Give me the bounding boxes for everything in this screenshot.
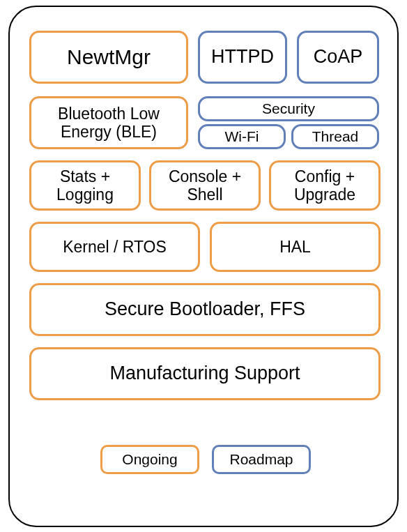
block-ble: Bluetooth Low Energy (BLE) <box>29 96 188 149</box>
block-httpd: HTTPD <box>198 31 287 84</box>
block-coap: CoAP <box>297 31 379 84</box>
block-stats-logging: Stats + Logging <box>29 160 141 211</box>
block-newtmgr: NewtMgr <box>29 31 188 84</box>
block-thread: Thread <box>291 124 379 149</box>
diagram-frame: NewtMgr HTTPD CoAP Bluetooth Low Energy … <box>8 6 399 527</box>
block-config-upgrade: Config + Upgrade <box>269 160 381 211</box>
block-wifi: Wi-Fi <box>198 124 286 149</box>
block-secure-bootloader: Secure Bootloader, FFS <box>29 283 381 336</box>
block-manufacturing-support: Manufacturing Support <box>29 347 381 400</box>
block-console-shell: Console + Shell <box>149 160 261 211</box>
block-security: Security <box>198 96 379 121</box>
legend-ongoing: Ongoing <box>100 445 199 474</box>
block-kernel-rtos: Kernel / RTOS <box>29 222 200 272</box>
block-hal: HAL <box>210 222 381 272</box>
legend-roadmap: Roadmap <box>212 445 311 474</box>
